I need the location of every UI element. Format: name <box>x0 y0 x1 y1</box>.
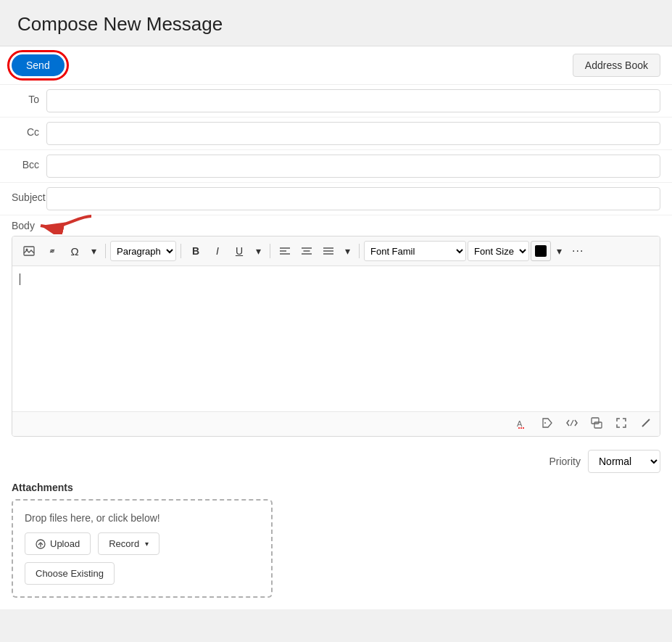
link-icon <box>46 246 58 256</box>
upload-button[interactable]: Upload <box>25 532 91 555</box>
italic-icon: I <box>216 245 219 257</box>
fullscreen-button[interactable] <box>613 415 629 433</box>
priority-label: Priority <box>549 456 581 467</box>
bold-icon: B <box>192 245 199 257</box>
code-icon <box>566 417 578 429</box>
align-left-icon <box>280 247 290 255</box>
paragraph-style-select[interactable]: Paragraph Heading 1 Heading 2 Heading 3 <box>110 241 176 261</box>
tag-button[interactable] <box>539 415 555 433</box>
align-center-icon <box>302 247 312 255</box>
attachments-section: Attachments Drop files here, or click be… <box>0 482 672 609</box>
code-button[interactable] <box>564 415 580 433</box>
bcc-label: Bcc <box>12 155 46 170</box>
compose-area: Send Address Book To Cc Bcc Subject Body <box>0 46 672 609</box>
spellcheck-button[interactable]: A <box>515 415 531 433</box>
editor-wrapper: Ω ▾ Paragraph Heading 1 Heading 2 Headin… <box>12 236 660 437</box>
find-replace-button[interactable] <box>589 415 605 433</box>
to-input[interactable] <box>46 89 660 112</box>
editor-cursor <box>20 273 20 285</box>
to-field-row: To <box>0 85 672 118</box>
to-label: To <box>12 89 46 105</box>
cc-field-row: Cc <box>0 118 672 150</box>
attachments-label: Attachments <box>12 482 660 493</box>
color-dropdown-button[interactable]: ▾ <box>552 241 565 261</box>
italic-button[interactable]: I <box>207 241 228 261</box>
cc-input[interactable] <box>46 122 660 145</box>
page-header: Compose New Message <box>0 0 672 46</box>
font-size-select[interactable]: Font Size 8 10 12 14 16 18 24 <box>468 241 529 261</box>
align-left-button[interactable] <box>275 241 295 261</box>
slash-button[interactable] <box>638 415 654 433</box>
drop-text: Drop files here, or click below! <box>25 512 260 524</box>
special-char-button[interactable]: Ω <box>65 241 85 261</box>
align-center-button[interactable] <box>296 241 317 261</box>
image-icon <box>23 246 35 256</box>
spellcheck-icon: A <box>517 417 528 429</box>
ellipsis-icon: ··· <box>572 244 584 258</box>
insert-link-button[interactable] <box>41 241 63 261</box>
page-title: Compose New Message <box>17 13 655 36</box>
choose-existing-label: Choose Existing <box>36 568 104 579</box>
toolbar-row: Send Address Book <box>0 46 672 85</box>
svg-text:A: A <box>517 419 523 428</box>
omega-icon: Ω <box>70 245 78 258</box>
chevron-down-icon: ▾ <box>91 245 96 257</box>
separator-3 <box>270 244 270 258</box>
tag-icon <box>542 417 553 429</box>
slash-icon <box>640 417 652 429</box>
upload-label: Upload <box>50 538 80 549</box>
fullscreen-icon <box>615 417 627 429</box>
attach-buttons: Upload Record ▾ <box>25 532 260 555</box>
separator-4 <box>359 244 360 258</box>
bcc-field-row: Bcc <box>0 150 672 183</box>
svg-point-15 <box>544 422 546 424</box>
svg-line-16 <box>571 420 573 426</box>
editor-toolbar: Ω ▾ Paragraph Heading 1 Heading 2 Headin… <box>12 236 660 266</box>
underline-icon: U <box>236 245 243 257</box>
address-book-button[interactable]: Address Book <box>573 54 660 77</box>
underline-button[interactable]: U <box>229 241 249 261</box>
red-arrow-icon <box>33 213 91 234</box>
priority-row: Priority Normal Low High <box>0 441 672 482</box>
svg-rect-17 <box>592 418 599 424</box>
drop-zone[interactable]: Drop files here, or click below! Upload … <box>12 499 273 598</box>
chevron-down-icon-4: ▾ <box>557 245 562 257</box>
more-options-button[interactable]: ··· <box>567 241 589 261</box>
bold-button[interactable]: B <box>186 241 206 261</box>
insert-image-button[interactable] <box>18 241 40 261</box>
list-button[interactable] <box>318 241 339 261</box>
record-button[interactable]: Record ▾ <box>98 532 159 555</box>
svg-line-19 <box>642 419 650 427</box>
bcc-input[interactable] <box>46 155 660 178</box>
body-label-row: Body <box>12 220 660 231</box>
format-dropdown-button[interactable]: ▾ <box>251 241 265 261</box>
upload-icon <box>36 539 46 549</box>
subject-label: Subject <box>12 187 46 203</box>
text-color-button[interactable] <box>531 241 551 261</box>
editor-bottom-bar: A <box>12 411 660 436</box>
font-family-select[interactable]: Font Famil Arial Times New Roman Courier… <box>364 241 466 261</box>
subject-input[interactable] <box>46 187 660 210</box>
separator-1 <box>105 244 106 258</box>
editor-body[interactable] <box>12 266 660 411</box>
priority-select[interactable]: Normal Low High <box>588 450 660 473</box>
cc-label: Cc <box>12 122 46 138</box>
svg-rect-18 <box>594 422 602 428</box>
list-icon <box>323 247 333 255</box>
color-swatch <box>535 245 547 257</box>
chevron-down-icon-2: ▾ <box>256 245 261 257</box>
send-button[interactable]: Send <box>12 54 65 76</box>
choose-existing-button[interactable]: Choose Existing <box>25 562 115 585</box>
find-replace-icon <box>591 417 602 429</box>
body-section: Body <box>0 215 672 441</box>
insert-dropdown-button[interactable]: ▾ <box>86 241 101 261</box>
chevron-down-icon-3: ▾ <box>345 245 350 257</box>
list-dropdown-button[interactable]: ▾ <box>340 241 354 261</box>
separator-2 <box>181 244 181 258</box>
subject-field-row: Subject <box>0 183 672 215</box>
record-dropdown-arrow: ▾ <box>145 540 149 548</box>
record-label: Record <box>109 538 139 549</box>
body-label: Body <box>12 220 35 231</box>
